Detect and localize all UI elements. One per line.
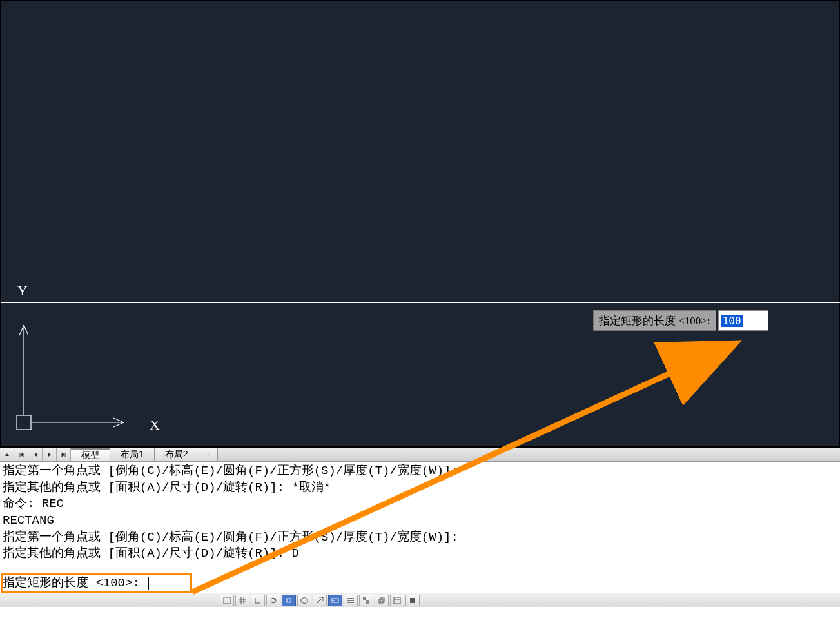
drawing-canvas[interactable]: Y X 指定矩形的长度 <100>: 100	[0, 0, 840, 448]
crosshair-vertical	[585, 1, 585, 449]
cmd-history-line: 指定其他的角点或 [面积(A)/尺寸(D)/旋转(R)]: D	[3, 546, 837, 562]
command-line-text: 指定矩形的长度 <100>:	[3, 575, 147, 592]
status-bar	[0, 593, 840, 607]
crosshair-horizontal	[1, 302, 840, 303]
status-transparency-button[interactable]	[359, 595, 373, 606]
status-polar-button[interactable]	[266, 595, 280, 606]
status-snap-button[interactable]	[220, 595, 234, 606]
tab-model-label: 模型	[81, 450, 99, 461]
cmd-history-line: 命令: REC	[3, 496, 837, 513]
svg-rect-10	[380, 598, 384, 602]
svg-rect-7	[363, 597, 366, 600]
status-ortho-button[interactable]	[251, 595, 265, 606]
tab-layout1-label: 布局1	[121, 449, 144, 461]
tab-layout2-label: 布局2	[165, 449, 188, 461]
dynamic-input-tooltip: 指定矩形的长度 <100>: 100	[593, 310, 768, 331]
text-cursor	[148, 577, 149, 590]
command-history[interactable]: 指定第一个角点或 [倒角(C)/标高(E)/圆角(F)/正方形(S)/厚度(T)…	[0, 462, 840, 562]
cmd-history-line: RECTANG	[3, 513, 837, 530]
command-line-area[interactable]: 指定矩形的长度 <100>:	[0, 574, 840, 593]
cmd-history-line: 指定第一个角点或 [倒角(C)/标高(E)/圆角(F)/正方形(S)/厚度(T)…	[3, 530, 837, 546]
tab-last-button[interactable]	[57, 448, 71, 461]
svg-rect-11	[394, 597, 400, 604]
svg-rect-5	[287, 599, 291, 602]
svg-rect-6	[332, 599, 338, 602]
ucs-y-label: Y	[17, 283, 28, 299]
status-grid-button[interactable]	[235, 595, 249, 606]
ucs-icon	[15, 317, 132, 433]
tab-layout2[interactable]: 布局2	[155, 448, 199, 461]
svg-rect-0	[17, 415, 31, 430]
dynamic-input-value: 100	[721, 315, 743, 327]
cmd-history-line: 指定第一个角点或 [倒角(C)/标高(E)/圆角(F)/正方形(S)/厚度(T)…	[3, 463, 837, 480]
tab-next-button[interactable]	[43, 448, 57, 461]
dynamic-input-label: 指定矩形的长度 <100>:	[593, 310, 716, 331]
status-model-button[interactable]	[405, 595, 420, 606]
command-line-prompt[interactable]: 指定矩形的长度 <100>:	[3, 575, 837, 592]
status-quickprops-button[interactable]	[390, 595, 404, 606]
status-cycling-button[interactable]	[375, 595, 389, 606]
status-otrack-button[interactable]	[313, 595, 327, 606]
tab-model[interactable]: 模型	[71, 448, 110, 461]
status-lineweight-button[interactable]	[344, 595, 358, 606]
cmd-history-line: 指定其他的角点或 [面积(A)/尺寸(D)/旋转(R)]: *取消*	[3, 480, 837, 497]
status-osnap-button[interactable]	[282, 595, 296, 606]
svg-rect-9	[379, 599, 383, 603]
tab-add-layout[interactable]: +	[199, 448, 218, 461]
status-3dosnap-button[interactable]	[297, 595, 311, 606]
tab-layout1[interactable]: 布局1	[110, 448, 155, 461]
svg-rect-12	[410, 598, 415, 603]
layout-tab-bar: 模型 布局1 布局2 +	[0, 448, 840, 462]
tab-first-button[interactable]	[14, 448, 28, 461]
status-dyninput-button[interactable]	[328, 595, 342, 606]
tab-prev-button[interactable]	[28, 448, 43, 461]
tab-add-label: +	[206, 450, 211, 460]
dynamic-input-field[interactable]: 100	[718, 310, 768, 331]
tab-scroll-up-button[interactable]	[0, 448, 14, 461]
svg-rect-3	[224, 597, 230, 604]
svg-rect-8	[366, 600, 369, 604]
ucs-x-label: X	[150, 417, 160, 433]
